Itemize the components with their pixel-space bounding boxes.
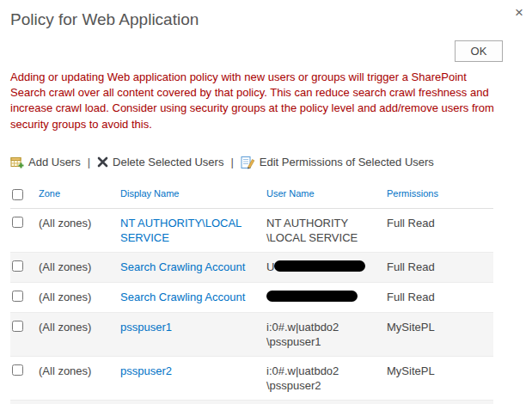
user-name-cell <box>266 282 387 312</box>
table-row: (All zones)NT AUTHORITY​\LOCAL SERVICENT… <box>10 208 493 252</box>
user-name-cell: U <box>266 252 387 282</box>
redaction-bar <box>274 260 365 272</box>
row-checkbox-cell <box>10 400 39 404</box>
column-header-permissions[interactable]: Permissions <box>387 188 438 199</box>
zone-cell: (All zones) <box>39 208 120 252</box>
row-checkbox[interactable] <box>12 291 23 302</box>
zone-cell: (All zones) <box>39 282 120 312</box>
user-name-cell: i:0#.w|uatbdo2​\psspuser1 <box>266 312 387 356</box>
row-checkbox-cell <box>10 312 39 356</box>
delete-selected-users-label: Delete Selected Users <box>113 156 223 168</box>
user-name-cell: i:0#.w|uatbdo2​\psspuser3 <box>266 400 387 404</box>
close-icon[interactable]: × <box>511 2 527 23</box>
redaction-bar <box>266 291 358 302</box>
policy-table-body: (All zones)NT AUTHORITY​\LOCAL SERVICENT… <box>10 208 493 404</box>
row-checkbox-cell <box>10 208 39 252</box>
table-row: (All zones)psspuser2i:0#.w|uatbdo2​\pssp… <box>10 356 493 400</box>
select-all-checkbox[interactable] <box>12 189 23 200</box>
row-checkbox-cell <box>10 282 39 312</box>
select-all-cell <box>10 185 39 209</box>
warning-message: Adding or updating Web application polic… <box>10 70 500 132</box>
zone-cell: (All zones) <box>39 356 120 400</box>
row-checkbox[interactable] <box>12 217 23 228</box>
policy-table: Zone Display Name User Name Permissions … <box>10 185 493 404</box>
add-users-label: Add Users <box>28 156 81 168</box>
user-name-cell: i:0#.w|uatbdo2​\psspuser2 <box>266 356 387 400</box>
ok-button[interactable]: OK <box>455 40 503 62</box>
ok-row: OK <box>10 40 503 62</box>
zone-cell: (All zones) <box>39 312 120 356</box>
zone-cell: (All zones) <box>39 400 120 404</box>
permissions-cell: MySitePL <box>387 356 493 400</box>
delete-selected-users-button[interactable]: Delete Selected Users <box>97 156 223 168</box>
display-name-cell: psspuser1 <box>120 312 266 356</box>
user-name-cell: NT AUTHORITY​\LOCAL SERVICE <box>266 208 387 252</box>
edit-permissions-button[interactable]: Edit Permissions of Selected Users <box>241 156 434 169</box>
dialog-title: Policy for Web Application <box>10 10 522 29</box>
toolbar: Add Users | Delete Selected Users | Edit… <box>10 156 522 169</box>
row-checkbox[interactable] <box>12 321 23 332</box>
table-row: (All zones)Search Crawling AccountFull R… <box>10 282 493 312</box>
add-users-icon <box>10 156 24 169</box>
delete-icon <box>97 156 108 168</box>
row-checkbox-cell <box>10 356 39 400</box>
row-checkbox[interactable] <box>12 260 23 272</box>
display-name-cell: psspuser2 <box>120 356 266 400</box>
permissions-cell: MySitePL <box>387 312 493 356</box>
permissions-cell: Full Read <box>387 208 493 252</box>
display-name-link[interactable]: Search Crawling Account <box>120 291 245 303</box>
column-header-zone[interactable]: Zone <box>39 188 60 199</box>
table-row: (All zones)psspuser1i:0#.w|uatbdo2​\pssp… <box>10 312 493 356</box>
column-header-user-name[interactable]: User Name <box>266 188 315 199</box>
display-name-link[interactable]: Search Crawling Account <box>120 260 245 273</box>
display-name-cell: Search Crawling Account <box>120 252 266 282</box>
edit-permissions-label: Edit Permissions of Selected Users <box>260 156 434 168</box>
display-name-cell: Search Crawling Account <box>120 282 266 312</box>
row-checkbox-cell <box>10 252 39 282</box>
permissions-cell: Full Read <box>387 252 493 282</box>
permissions-cell: MySitePL <box>387 400 493 404</box>
column-header-display-name[interactable]: Display Name <box>120 188 179 199</box>
table-row: (All zones)Search Crawling AccountUFull … <box>10 252 493 282</box>
add-users-button[interactable]: Add Users <box>10 156 81 169</box>
toolbar-separator: | <box>88 156 90 168</box>
table-row: (All zones)psspuser3i:0#.w|uatbdo2​\pssp… <box>10 400 493 404</box>
table-header-row: Zone Display Name User Name Permissions <box>10 185 493 209</box>
policy-dialog: Policy for Web Application × OK Adding o… <box>0 0 532 404</box>
permissions-cell: Full Read <box>387 282 493 312</box>
display-name-link[interactable]: psspuser1 <box>120 321 172 334</box>
edit-permissions-icon <box>241 156 255 169</box>
display-name-cell: psspuser3 <box>120 400 266 404</box>
row-checkbox[interactable] <box>12 364 23 376</box>
zone-cell: (All zones) <box>39 252 120 282</box>
toolbar-separator: | <box>230 156 233 168</box>
display-name-link[interactable]: psspuser2 <box>120 364 172 377</box>
display-name-link[interactable]: NT AUTHORITY​\LOCAL SERVICE <box>120 217 242 244</box>
display-name-cell: NT AUTHORITY​\LOCAL SERVICE <box>120 208 266 252</box>
